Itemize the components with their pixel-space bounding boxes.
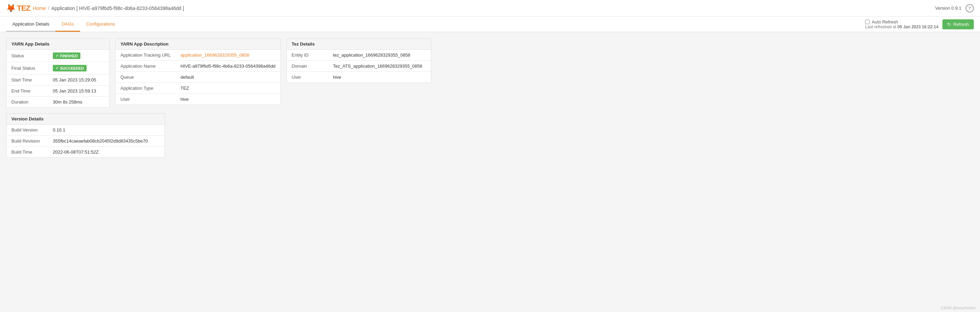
build-time-label: Build Time: [6, 147, 48, 158]
yarn-app-details-card: YARN App Details Status ✓ FINISHED Final…: [6, 38, 110, 108]
table-row: Start Time 05 Jan 2023 15:29:05: [6, 75, 110, 86]
end-time-value: 05 Jan 2023 15:59:13: [48, 86, 110, 97]
tab-application-details[interactable]: Application Details: [6, 17, 56, 32]
refresh-button[interactable]: ↻ Refresh: [942, 19, 974, 29]
tez-details-table: Entity ID tez_application_1669628329355_…: [287, 50, 431, 83]
version-details-table: Build Version 0.10.1 Build Revision 355f…: [6, 124, 165, 158]
final-status-value: ✓ SUCCEEDED: [48, 62, 110, 75]
version-label: Version 0.9.1: [935, 6, 961, 11]
queue-value: default: [176, 72, 280, 83]
app-type-value: TEZ: [176, 83, 280, 94]
user-value: hive: [176, 94, 280, 105]
table-row: Status ✓ FINISHED: [6, 50, 110, 62]
app-name-label: Application Name: [116, 61, 176, 72]
sub-navbar: Application Details DAGs Configurations …: [0, 17, 980, 32]
version-details-card: Version Details Build Version 0.10.1 Bui…: [6, 113, 165, 158]
breadcrumb-separator: /: [48, 6, 49, 11]
tez-logo-icon: 🦊: [6, 4, 16, 13]
domain-value: Tez_ATS_application_1669628329355_0858: [328, 61, 431, 72]
tab-dags[interactable]: DAGs: [56, 17, 80, 32]
duration-label: Duration: [6, 97, 48, 108]
duration-value: 30m 8s 258ms: [48, 97, 110, 108]
status-value: ✓ FINISHED: [48, 50, 110, 62]
entity-id-value: tez_application_1669628329355_0858: [328, 50, 431, 61]
auto-refresh-checkbox[interactable]: [865, 20, 870, 24]
yarn-app-description-header: YARN App Description: [116, 39, 280, 50]
logo-text[interactable]: TEZ: [17, 4, 30, 13]
table-row: Duration 30m 8s 258ms: [6, 97, 110, 108]
end-time-label: End Time: [6, 86, 48, 97]
build-time-value: 2022-06-08T07:51:52Z: [48, 147, 165, 158]
start-time-value: 05 Jan 2023 15:29:05: [48, 75, 110, 86]
table-row: Entity ID tez_application_1669628329355_…: [287, 50, 431, 61]
tab-bar: Application Details DAGs Configurations: [6, 17, 121, 32]
tracking-url-link[interactable]: application_1669628329355_0858: [180, 53, 250, 57]
yarn-app-description-table: Application Tracking URL application_166…: [116, 50, 280, 105]
table-row: End Time 05 Jan 2023 15:59:13: [6, 86, 110, 97]
bottom-details-row: Version Details Build Version 0.10.1 Bui…: [6, 113, 974, 158]
breadcrumb: Home / Application [ HIVE-a979f6d5-f98c-…: [33, 6, 184, 11]
entity-id-label: Entity ID: [287, 50, 328, 61]
table-row: Build Time 2022-06-08T07:51:52Z: [6, 147, 165, 158]
user-label: User: [116, 94, 176, 105]
app-type-label: Application Type: [116, 83, 176, 94]
home-link[interactable]: Home: [33, 6, 46, 11]
table-row: Domain Tez_ATS_application_1669628329355…: [287, 61, 431, 72]
build-revision-label: Build Revision: [6, 135, 48, 147]
nav-right: Version 0.9.1 ?: [935, 4, 974, 13]
build-version-label: Build Version: [6, 124, 48, 135]
dags-tab-underline: [56, 31, 80, 32]
table-row: Build Revision 355fbc14caeaefab08cb2045f…: [6, 135, 165, 147]
nav-left: 🦊 TEZ Home / Application [ HIVE-a979f6d5…: [6, 4, 184, 13]
domain-label: Domain: [287, 61, 328, 72]
table-row: Build Version 0.10.1: [6, 124, 165, 135]
auto-refresh-label[interactable]: Auto Refresh: [865, 19, 938, 24]
check-icon: ✓: [56, 66, 59, 70]
check-icon: ✓: [56, 54, 59, 58]
tracking-url-label: Application Tracking URL: [116, 50, 176, 61]
version-details-header: Version Details: [6, 113, 165, 124]
app-name-value: HIVE-a979f6d5-f98c-4b6a-8233-0564398a46d…: [176, 61, 280, 72]
build-version-value: 0.10.1: [48, 124, 165, 135]
tez-details-header: Tez Details: [287, 39, 431, 50]
queue-label: Queue: [116, 72, 176, 83]
tez-details-card: Tez Details Entity ID tez_application_16…: [286, 38, 431, 83]
yarn-app-details-header: YARN App Details: [6, 39, 110, 50]
start-time-label: Start Time: [6, 75, 48, 86]
tez-user-label: User: [287, 72, 328, 83]
table-row: User hive: [116, 94, 280, 105]
status-label: Status: [6, 50, 48, 62]
top-details-row: YARN App Details Status ✓ FINISHED Final…: [6, 38, 974, 108]
tez-user-value: hive: [328, 72, 431, 83]
yarn-app-details-table: Status ✓ FINISHED Final Status ✓ SUCCEED…: [6, 50, 110, 107]
table-row: Application Tracking URL application_166…: [116, 50, 280, 61]
status-badge-succeeded: ✓ SUCCEEDED: [53, 65, 87, 72]
logo: 🦊 TEZ: [6, 4, 30, 13]
yarn-app-description-card: YARN App Description Application Trackin…: [115, 38, 281, 105]
refresh-icon: ↻: [947, 22, 951, 27]
table-row: Application Name HIVE-a979f6d5-f98c-4b6a…: [116, 61, 280, 72]
table-row: Application Type TEZ: [116, 83, 280, 94]
main-content: YARN App Details Status ✓ FINISHED Final…: [0, 32, 980, 164]
build-revision-value: 355fbc14caeaefab08cb2045f2d9d83435c5be70: [48, 135, 165, 147]
table-row: Final Status ✓ SUCCEEDED: [6, 62, 110, 75]
table-row: User hive: [287, 72, 431, 83]
last-refreshed-text: Last refreshed at 05 Jan 2023 16:22:14: [865, 24, 938, 29]
tab-configurations[interactable]: Configurations: [80, 17, 121, 32]
help-button[interactable]: ?: [966, 4, 974, 13]
refresh-section: Auto Refresh Last refreshed at 05 Jan 20…: [865, 19, 974, 29]
final-status-label: Final Status: [6, 62, 48, 75]
table-row: Queue default: [116, 72, 280, 83]
status-badge-finished: ✓ FINISHED: [53, 53, 80, 59]
tracking-url-value: application_1669628329355_0858: [176, 50, 280, 61]
top-navbar: 🦊 TEZ Home / Application [ HIVE-a979f6d5…: [0, 0, 980, 17]
breadcrumb-app-title: Application [ HIVE-a979f6d5-f98c-4b6a-82…: [51, 6, 184, 11]
